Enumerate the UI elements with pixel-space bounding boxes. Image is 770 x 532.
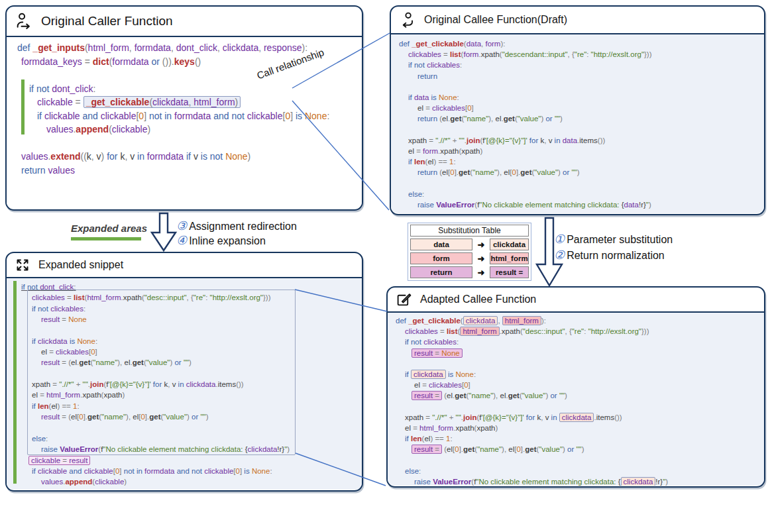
substitution-highlight-mauve: result = None bbox=[412, 348, 463, 358]
step-number-3: ③ bbox=[176, 219, 187, 233]
substitution-highlight-purple: clickable = result bbox=[28, 456, 90, 465]
panel-title-expanded-snippet: Expanded snippet bbox=[38, 259, 123, 271]
code-line: result = (el.get("name"), el.get("value"… bbox=[21, 357, 359, 368]
person-return-icon bbox=[399, 11, 416, 28]
right-arrow-icon: ➜ bbox=[472, 268, 490, 277]
step-label: Return normalization bbox=[567, 250, 665, 261]
substitution-row-form: form ➜ html_form bbox=[410, 252, 529, 264]
code-line: xpath = ".//*" + "".join(f'[@{k}="{v}"]'… bbox=[21, 379, 359, 390]
code-line: else: bbox=[21, 433, 359, 444]
code-line: raise ValueError(f"No clickable element … bbox=[399, 199, 761, 210]
panel-original-callee-header: Original Callee Function(Draft) bbox=[391, 7, 764, 33]
substitution-to: result = bbox=[490, 266, 529, 278]
code-line: if clickdata is None: bbox=[396, 369, 761, 380]
code-line bbox=[21, 325, 359, 335]
code-line: if clickable and clickable[0] not in for… bbox=[17, 109, 359, 123]
substitution-highlight-pink: html_form bbox=[502, 316, 541, 325]
step-label: Inline expansion bbox=[189, 235, 266, 246]
substitution-from: form bbox=[410, 252, 472, 264]
panel-original-callee: Original Callee Function(Draft) def _get… bbox=[390, 5, 765, 215]
code-line bbox=[17, 136, 359, 150]
code-line bbox=[399, 81, 761, 92]
code-line: if len(el) == 1: bbox=[396, 433, 761, 444]
substitution-to: clickdata bbox=[490, 239, 529, 250]
code-line: if not clickables: bbox=[396, 337, 761, 347]
expanded-areas-label: Expanded areas bbox=[71, 223, 147, 234]
substitution-row-data: data ➜ clickdata bbox=[410, 239, 529, 250]
code-line: def _get_clickable(clickdata, html_form)… bbox=[396, 315, 761, 326]
substitution-highlight-mauve: result = bbox=[412, 391, 442, 400]
code-line: if data is None: bbox=[399, 92, 761, 103]
code-line: if not clickables: bbox=[399, 60, 761, 70]
substitution-row-return: return ➜ result = bbox=[410, 266, 529, 278]
code-line bbox=[399, 178, 761, 189]
panel-expanded-snippet: Expanded snippet if not dont_click:click… bbox=[5, 252, 363, 492]
panel-title-adapted-callee: Adapted Callee Function bbox=[420, 293, 536, 305]
code-line: clickables = list(html_form.xpath("desc:… bbox=[21, 292, 359, 303]
code-line: if not clickables: bbox=[21, 303, 359, 314]
panel-title-original-callee: Original Callee Function(Draft) bbox=[424, 14, 567, 26]
code-line: if len(el) == 1: bbox=[399, 156, 761, 167]
step-label: Assignment redirection bbox=[189, 221, 297, 232]
code-line: values.extend((k, v) for k, v in formdat… bbox=[17, 150, 359, 164]
code-line: el = clickables[0] bbox=[396, 380, 761, 390]
code-line: values.append(clickable) bbox=[17, 123, 359, 136]
code-line: xpath = ".//*" + "".join(f'[@{k}="{v}"]'… bbox=[399, 135, 761, 146]
substitution-table-title: Substitution Table bbox=[410, 225, 529, 237]
panel-adapted-callee-header: Adapted Callee Function bbox=[388, 288, 764, 311]
code-line: if not dont_click: bbox=[17, 82, 359, 96]
code-line: clickables = list(html_form.xpath("desc:… bbox=[396, 326, 761, 337]
step-parameter-substitution: ①Parameter substitution bbox=[554, 232, 673, 246]
substitution-highlight-call: _get_clickable(clickdata, html_form) bbox=[83, 96, 241, 108]
code-line: el = clickables[0] bbox=[399, 103, 761, 113]
step-assignment-redirection: ③Assignment redirection bbox=[176, 219, 297, 233]
code-line: clickables = list(form.xpath("descendant… bbox=[399, 49, 761, 60]
step-number-2: ② bbox=[554, 248, 565, 262]
edit-square-icon bbox=[396, 292, 412, 308]
code-line: if not dont_click: bbox=[21, 282, 359, 292]
code-line: result = (el[0].get("name"), el[0].get("… bbox=[21, 411, 359, 422]
figure-canvas: Original Caller Function def _get_inputs… bbox=[0, 0, 770, 532]
substitution-highlight-peach: clickdata bbox=[621, 477, 656, 486]
right-arrow-icon: ➜ bbox=[472, 254, 490, 263]
code-line: result = (el.get("name"), el.get("value"… bbox=[396, 390, 761, 401]
step-number-4: ④ bbox=[176, 234, 187, 247]
code-line: clickable = _get_clickable(clickdata, ht… bbox=[17, 95, 359, 109]
step-label: Parameter substitution bbox=[567, 234, 673, 245]
code-line: if clickdata is None: bbox=[21, 336, 359, 346]
panel-expanded-snippet-header: Expanded snippet bbox=[7, 253, 362, 277]
code-line: el = clickables[0] bbox=[21, 346, 359, 357]
panel-title-original-caller: Original Caller Function bbox=[41, 14, 173, 28]
person-out-icon bbox=[15, 12, 33, 30]
substitution-highlight-mauve: result = bbox=[412, 445, 442, 454]
step-return-normalization: ②Return normalization bbox=[554, 248, 665, 262]
code-line bbox=[21, 422, 359, 433]
code-line: el = html_form.xpath(xpath) bbox=[396, 423, 761, 433]
step-number-1: ① bbox=[554, 233, 565, 246]
code-line: result = (el[0].get("name"), el[0].get("… bbox=[396, 444, 761, 454]
code-line: def _get_clickable(data, form): bbox=[399, 38, 761, 49]
code-line: return (el[0].get("name"), el[0].get("va… bbox=[399, 167, 761, 178]
expanded-modified-block-bar bbox=[13, 281, 17, 484]
code-line bbox=[396, 358, 761, 369]
code-line bbox=[399, 125, 761, 135]
panel-original-caller: Original Caller Function def _get_inputs… bbox=[5, 5, 363, 211]
code-line: raise ValueError(f"No clickable element … bbox=[396, 476, 761, 486]
adapted-code: def _get_clickable(clickdata, html_form)… bbox=[388, 311, 764, 486]
substitution-to: html_form bbox=[490, 252, 529, 264]
step-inline-expansion: ④Inline expansion bbox=[176, 233, 266, 248]
code-line: if clickable and clickable[0] not in for… bbox=[21, 466, 359, 476]
code-line: result = None bbox=[396, 348, 761, 358]
code-line: if len(el) == 1: bbox=[21, 401, 359, 411]
substitution-from: return bbox=[410, 266, 472, 278]
code-line bbox=[17, 68, 359, 82]
code-line: el = html_form.xpath(xpath) bbox=[21, 390, 359, 400]
substitution-highlight-peach: clickdata bbox=[411, 370, 446, 379]
caller-modified-block-bar bbox=[21, 80, 25, 134]
code-line: el = form.xpath(xpath) bbox=[399, 146, 761, 156]
substitution-table: Substitution Table data ➜ clickdata form… bbox=[408, 223, 531, 281]
code-line: return (el.get("name"), el.get("value") … bbox=[399, 113, 761, 124]
expand-arrows-icon bbox=[15, 257, 30, 273]
code-line bbox=[21, 368, 359, 379]
panel-adapted-callee: Adapted Callee Function def _get_clickab… bbox=[386, 286, 765, 488]
